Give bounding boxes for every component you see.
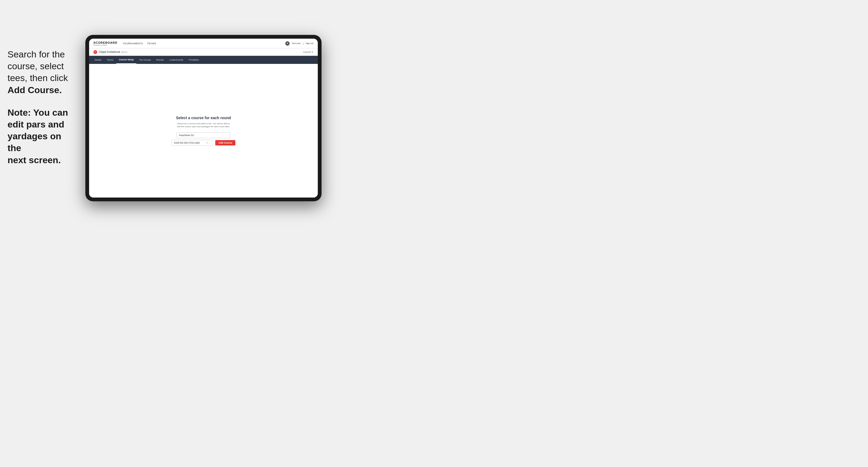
tab-course-setup[interactable]: Course Setup — [116, 56, 136, 64]
course-search-input[interactable] — [177, 132, 230, 138]
note-line-1: Note: You can — [7, 106, 77, 118]
top-navbar: SCOREBOARD Powered by clippd TOURNAMENTS… — [89, 39, 318, 48]
tournament-logo-icon: C — [93, 50, 97, 54]
tee-select-icons: ✕ ⌄ — [206, 142, 211, 144]
sign-out-link[interactable]: Sign out — [306, 42, 313, 44]
tee-select-row: Gold (M) (M) (7010 yds) ✕ ⌄ Add Course — [172, 140, 236, 146]
annotation-line-3: tees, then click — [7, 72, 77, 84]
annotation-line-1: Search for the — [7, 48, 77, 60]
annotation-line-2: course, select — [7, 60, 77, 72]
tournament-type: (Men) — [121, 51, 127, 54]
tab-tee-groups[interactable]: Tee Groups — [136, 56, 154, 64]
nav-teams[interactable]: TEAMS — [147, 42, 156, 45]
tab-leaderboards[interactable]: Leaderboards — [167, 56, 186, 64]
note-line-4: next screen. — [7, 154, 77, 166]
note-line-3: yardages on the — [7, 130, 77, 154]
logo-area: SCOREBOARD Powered by clippd — [93, 41, 117, 46]
cancel-button[interactable]: Cancel ✕ — [303, 51, 313, 54]
tab-navigation: Details Teams Course Setup Tee Groups Re… — [89, 56, 318, 64]
course-select-subtitle: Search for a course and select a tee. Yo… — [177, 122, 230, 128]
user-area: R Test User | Sign out — [285, 41, 313, 45]
add-course-button[interactable]: Add Course — [215, 140, 236, 146]
left-annotation: Search for the course, select tees, then… — [7, 48, 77, 166]
tournament-name: Clippd Invitational — [99, 51, 120, 54]
separator: | — [303, 42, 304, 44]
main-content: Select a course for each round Search fo… — [89, 64, 318, 197]
note-line-2: edit pars and — [7, 118, 77, 130]
tee-select-value: Gold (M) (M) (7010 yds) — [174, 142, 200, 144]
annotation-add-course: Add Course. — [7, 84, 77, 96]
tab-results[interactable]: Results — [154, 56, 166, 64]
clear-icon[interactable]: ✕ — [206, 142, 208, 144]
course-select-title: Select a course for each round — [176, 116, 231, 120]
logo-title: SCOREBOARD — [93, 41, 117, 44]
chevron-icon: ⌄ — [209, 142, 211, 144]
tablet-device: SCOREBOARD Powered by clippd TOURNAMENTS… — [85, 35, 321, 201]
nav-tournaments[interactable]: TOURNAMENTS — [123, 42, 143, 45]
logo-subtitle: Powered by clippd — [93, 44, 117, 46]
nav-links: TOURNAMENTS TEAMS — [123, 42, 285, 45]
tee-select-dropdown[interactable]: Gold (M) (M) (7010 yds) ✕ ⌄ — [172, 140, 213, 146]
avatar: R — [285, 41, 289, 45]
tournament-header: C Clippd Invitational (Men) Cancel ✕ — [89, 48, 318, 56]
user-label: Test User — [292, 42, 301, 44]
tab-printables[interactable]: Printables — [186, 56, 202, 64]
tab-teams[interactable]: Teams — [104, 56, 116, 64]
tablet-screen: SCOREBOARD Powered by clippd TOURNAMENTS… — [89, 39, 318, 197]
note-section: Note: You can edit pars and yardages on … — [7, 106, 77, 166]
tab-details[interactable]: Details — [92, 56, 104, 64]
